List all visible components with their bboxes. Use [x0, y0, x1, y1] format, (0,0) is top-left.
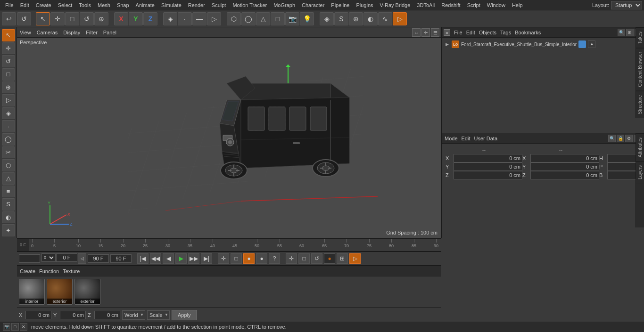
pb-step-fwd[interactable]: ▶▶: [188, 253, 199, 264]
menu-help[interactable]: Help: [509, 1, 526, 9]
cone-btn[interactable]: △: [256, 12, 270, 25]
current-frame-input[interactable]: 0 F: [19, 254, 40, 263]
material-exterior1[interactable]: exterior: [47, 279, 73, 305]
attr-menu-mode[interactable]: Mode: [445, 136, 458, 141]
redo-button[interactable]: ↺: [17, 12, 31, 25]
tree-vis-icon[interactable]: ●: [588, 40, 595, 48]
point-mode-btn[interactable]: ·: [178, 12, 192, 25]
transform-tool[interactable]: ⊕: [94, 12, 108, 25]
tool-bridge[interactable]: ≡: [2, 186, 15, 198]
x-pos-input[interactable]: [454, 154, 522, 162]
tool-transform[interactable]: ⊕: [2, 81, 15, 94]
attr-search-icon[interactable]: 🔍: [608, 135, 616, 142]
status-camera-icon[interactable]: 📷: [3, 323, 10, 331]
viewport[interactable]: View Cameras Display Filter Panel ↔ ✛ ☰ …: [17, 27, 441, 238]
tab-takes[interactable]: Takes: [636, 27, 644, 48]
cloner-btn[interactable]: ◐: [363, 12, 378, 25]
pb-scale-anim[interactable]: □: [231, 253, 242, 264]
menu-window[interactable]: Window: [484, 1, 509, 9]
pb-goto-end[interactable]: ▶|: [201, 253, 212, 264]
rp-menu-bookmarks[interactable]: Bookmarks: [515, 30, 541, 35]
edge-mode-btn[interactable]: —: [192, 12, 206, 25]
vp-menu-filter[interactable]: Filter: [86, 30, 97, 35]
vp-menu-panel[interactable]: Panel: [103, 30, 116, 35]
x-coord-input[interactable]: [25, 311, 51, 319]
tool-polygon[interactable]: ▷: [2, 94, 15, 106]
menu-animate[interactable]: Animate: [132, 1, 158, 9]
camera-btn[interactable]: 📷: [285, 12, 299, 25]
cube-btn[interactable]: ⬡: [227, 12, 241, 25]
vp-menu-cameras[interactable]: Cameras: [37, 30, 58, 35]
rp-menu-edit[interactable]: Edit: [466, 30, 475, 35]
select-tool[interactable]: ↖: [36, 12, 50, 25]
menu-file[interactable]: File: [2, 1, 17, 9]
range-start-input[interactable]: [56, 253, 77, 262]
pb-tool1[interactable]: ✛: [286, 253, 297, 264]
pb-render-frame[interactable]: ▷: [349, 253, 361, 264]
tool-bevel[interactable]: △: [2, 172, 15, 185]
tool-loop[interactable]: ◯: [2, 133, 15, 146]
pb-question[interactable]: ?: [269, 253, 280, 264]
pb-grid[interactable]: ⊞: [337, 253, 348, 264]
mat-menu-create[interactable]: Create: [20, 268, 35, 274]
menu-select[interactable]: Select: [55, 1, 76, 9]
tool-extrude[interactable]: ⬡: [2, 159, 15, 171]
vp-menu-display[interactable]: Display: [63, 30, 80, 35]
y-coord-input[interactable]: [60, 311, 86, 319]
tool-knife[interactable]: ✂: [2, 146, 15, 159]
menu-render[interactable]: Render: [185, 1, 208, 9]
rp-menu-tags[interactable]: Tags: [500, 30, 511, 35]
x-rot-input[interactable]: [530, 154, 599, 162]
tree-item-bus[interactable]: ▶ Lo Ford_Starcraft_Executive_Shuttle_Bu…: [444, 40, 642, 49]
menu-tools[interactable]: Tools: [75, 1, 94, 9]
rp-search-icon[interactable]: 🔍: [618, 29, 625, 36]
pb-tool3[interactable]: ↺: [311, 253, 322, 264]
menu-mesh[interactable]: Mesh: [94, 1, 114, 9]
tab-attributes[interactable]: Attributes: [636, 133, 644, 161]
scale-tool[interactable]: □: [65, 12, 79, 25]
frame-rate-select[interactable]: 0 F: [41, 253, 56, 262]
vp-ctrl-move[interactable]: ✛: [421, 28, 430, 37]
pb-record-key[interactable]: ●: [256, 253, 267, 264]
material-exterior2[interactable]: exterior: [74, 279, 100, 305]
tool-rotate[interactable]: ↺: [2, 55, 15, 67]
pb-record[interactable]: ●: [324, 253, 335, 264]
polygon-mode-btn[interactable]: ▷: [207, 12, 221, 25]
apply-button[interactable]: Apply: [172, 310, 197, 320]
timeline-ruler[interactable]: 051015202530354045505560657075808590: [29, 239, 441, 251]
y-axis-btn[interactable]: Y: [129, 12, 143, 25]
material-interior[interactable]: interior: [19, 279, 45, 305]
z-pos-input[interactable]: [454, 171, 522, 179]
tool-select[interactable]: ↖: [2, 29, 15, 41]
tool-paint[interactable]: ✦: [2, 224, 15, 236]
z-axis-btn[interactable]: Z: [143, 12, 157, 25]
undo-button[interactable]: ↩: [2, 12, 16, 25]
render-btn[interactable]: ▷: [393, 12, 407, 25]
world-select[interactable]: World: [122, 310, 145, 320]
menu-mograph[interactable]: MoGraph: [270, 1, 298, 9]
pb-range-end[interactable]: ◁: [78, 253, 86, 264]
x-axis-btn[interactable]: X: [114, 12, 128, 25]
menu-vray[interactable]: V-Ray Bridge: [377, 1, 414, 9]
range-end-input1[interactable]: [88, 254, 109, 263]
tool-sculpt[interactable]: ◐: [2, 211, 15, 224]
attr-lock-icon[interactable]: 🔒: [617, 135, 624, 142]
menu-motion-tracker[interactable]: Motion Tracker: [229, 1, 270, 9]
menu-redshift[interactable]: Redshift: [438, 1, 463, 9]
attr-settings-icon[interactable]: ⚙: [625, 135, 633, 142]
pb-move-tool[interactable]: ✛: [218, 253, 229, 264]
vp-menu-view[interactable]: View: [20, 30, 31, 35]
menu-script[interactable]: Script: [464, 1, 484, 9]
light-btn[interactable]: 💡: [300, 12, 314, 25]
rp-menu-file[interactable]: File: [454, 30, 462, 35]
tab-layers[interactable]: Layers: [636, 161, 644, 183]
tool-edge[interactable]: ◈: [2, 107, 15, 120]
pb-tool2[interactable]: □: [298, 253, 310, 264]
rp-menu-objects[interactable]: Objects: [479, 30, 496, 35]
sphere-btn[interactable]: ◯: [241, 12, 256, 25]
y-rot-input[interactable]: [530, 162, 599, 171]
tool-point[interactable]: ·: [2, 120, 15, 132]
menu-create[interactable]: Create: [33, 1, 55, 9]
attr-menu-userdata[interactable]: User Data: [474, 136, 498, 141]
vp-ctrl-settings[interactable]: ☰: [431, 28, 439, 37]
